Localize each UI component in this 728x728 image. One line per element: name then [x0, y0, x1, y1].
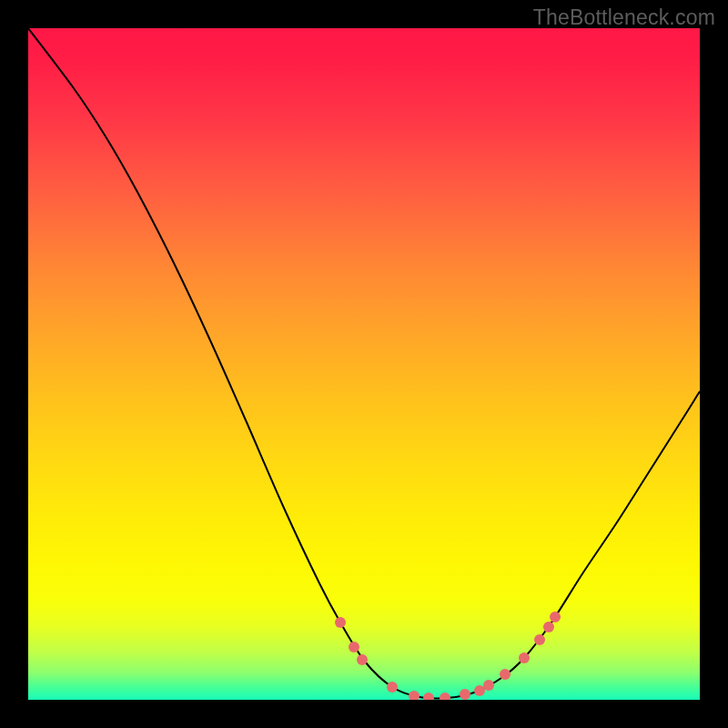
- data-marker: [440, 693, 450, 700]
- plot-area: [28, 28, 700, 700]
- watermark-text: TheBottleneck.com: [533, 5, 715, 30]
- chart-svg: [28, 28, 700, 700]
- data-marker: [543, 622, 554, 632]
- data-marker: [423, 693, 434, 700]
- data-marker: [534, 634, 545, 645]
- data-markers: [335, 612, 561, 700]
- data-marker: [474, 685, 485, 696]
- data-marker: [335, 617, 346, 628]
- chart-wrapper: TheBottleneck.com: [0, 0, 728, 728]
- data-marker: [483, 680, 494, 691]
- data-marker: [460, 689, 470, 700]
- bottleneck-curve: [28, 28, 700, 699]
- data-marker: [409, 691, 420, 700]
- data-marker: [519, 652, 530, 663]
- data-marker: [500, 669, 511, 680]
- data-marker: [357, 654, 368, 665]
- data-marker: [349, 642, 359, 652]
- data-marker: [550, 612, 561, 622]
- data-marker: [387, 682, 398, 693]
